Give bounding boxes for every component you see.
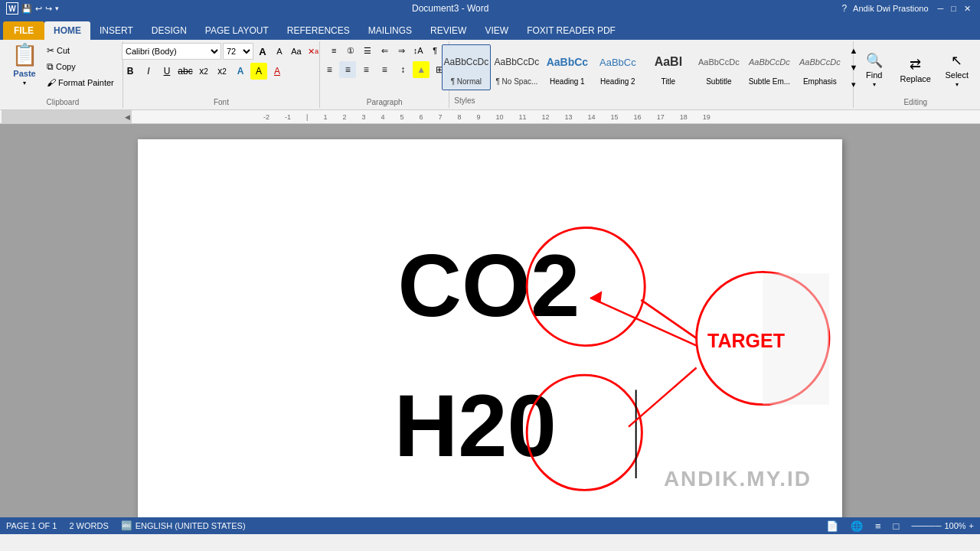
font-family-select[interactable]: Calibri (Body): [122, 43, 221, 60]
word-logo: W: [6, 2, 18, 15]
bold-button[interactable]: B: [122, 63, 139, 80]
help-button[interactable]: ?: [841, 3, 847, 14]
select-button[interactable]: ↖ Select ▾: [938, 51, 976, 89]
maximize-button[interactable]: □: [948, 4, 959, 14]
shading-button[interactable]: ▲: [413, 61, 430, 78]
watermark: ANDIK.MY.ID: [664, 467, 812, 491]
close-button[interactable]: ✕: [961, 4, 974, 14]
increase-indent-button[interactable]: ⇒: [394, 43, 409, 58]
ribbon: 📋 Paste ▾ ✂ Cut ⧉ Copy 🖌 Format P: [0, 40, 980, 110]
quick-access-undo[interactable]: ↩: [35, 4, 42, 14]
quick-access-dropdown[interactable]: ▾: [55, 5, 59, 12]
tab-page-layout[interactable]: PAGE LAYOUT: [196, 21, 278, 40]
user-name: Andik Dwi Prastiono: [853, 4, 928, 13]
font-group: Calibri (Body) 72 A A Aa ✕a B I U abc x2: [123, 41, 320, 108]
view-print[interactable]: 📄: [826, 520, 838, 532]
style-heading1[interactable]: AaBbCc Heading 1: [543, 44, 592, 90]
italic-button[interactable]: I: [140, 63, 157, 80]
paragraph-label: Paragraph: [367, 96, 403, 106]
decrease-font-button[interactable]: A: [272, 44, 287, 59]
subscript-button[interactable]: x2: [195, 63, 212, 80]
paragraph-group: ≡ ① ☰ ⇐ ⇒ ↕A ¶ ≡ ≡ ≡ ≡ ↕ ▲ ⊞ P: [320, 41, 449, 108]
quick-access-redo[interactable]: ↪: [45, 4, 52, 14]
svg-line-10: [590, 298, 697, 346]
justify-button[interactable]: ≡: [376, 61, 393, 78]
ruler: ◀ -2 -1 | 1 2 3 4 5 6 7 8 9 10 11 12 13 …: [0, 110, 980, 124]
ribbon-tabs: FILE HOME INSERT DESIGN PAGE LAYOUT REFE…: [0, 17, 980, 40]
strikethrough-button[interactable]: abc: [177, 63, 194, 80]
window-title: Document3 - Word: [412, 3, 488, 14]
align-left-button[interactable]: ≡: [321, 61, 338, 78]
title-bar: W 💾 ↩ ↪ ▾ Document3 - Word ? Andik Dwi P…: [0, 0, 980, 17]
style-heading2[interactable]: AaBbCc Heading 2: [593, 44, 642, 90]
view-outline[interactable]: ≡: [875, 520, 881, 532]
multilevel-button[interactable]: ☰: [360, 43, 375, 58]
line-spacing-button[interactable]: ↕: [394, 61, 411, 78]
tab-insert[interactable]: INSERT: [90, 21, 142, 40]
font-color-button[interactable]: A: [269, 63, 286, 80]
tab-view[interactable]: VIEW: [475, 21, 518, 40]
svg-line-12: [629, 368, 697, 427]
editing-label: Editing: [903, 96, 927, 106]
tab-review[interactable]: REVIEW: [421, 21, 475, 40]
view-draft[interactable]: □: [893, 520, 900, 532]
document-area[interactable]: CO2 H20 TARGET: [0, 124, 980, 517]
word-count: 2 WORDS: [69, 521, 108, 530]
align-center-button[interactable]: ≡: [339, 61, 356, 78]
tab-home[interactable]: HOME: [44, 21, 90, 40]
page-info: PAGE 1 OF 1: [6, 521, 57, 530]
text-highlight-button[interactable]: A: [250, 63, 267, 80]
svg-text:TARGET: TARGET: [707, 330, 786, 351]
style-emphasis[interactable]: AaBbCcDc Emphasis: [795, 44, 844, 90]
increase-font-button[interactable]: A: [255, 44, 270, 59]
copy-button[interactable]: ⧉ Copy: [43, 59, 118, 74]
clear-format-button[interactable]: ✕a: [305, 44, 321, 59]
style-no-spacing[interactable]: AaBbCcDc ¶ No Spac...: [492, 44, 541, 90]
styles-group: AaBbCcDc ¶ Normal AaBbCcDc ¶ No Spac... …: [449, 41, 854, 108]
text-effects-button[interactable]: A: [232, 63, 249, 80]
underline-button[interactable]: U: [158, 63, 175, 80]
superscript-button[interactable]: x2: [214, 63, 230, 80]
decrease-indent-button[interactable]: ⇐: [377, 43, 392, 58]
tab-design[interactable]: DESIGN: [142, 21, 196, 40]
paste-button[interactable]: 📋 Paste ▾: [8, 43, 41, 86]
style-subtle-em[interactable]: AaBbCcDc Subtle Em...: [745, 44, 794, 90]
font-label: Font: [214, 96, 229, 106]
clipboard-label: Clipboard: [46, 96, 79, 106]
language-indicator[interactable]: 🔤 ENGLISH (UNITED STATES): [121, 520, 246, 531]
status-bar: PAGE 1 OF 1 2 WORDS 🔤 ENGLISH (UNITED ST…: [0, 517, 980, 534]
tab-foxit[interactable]: FOXIT READER PDF: [518, 21, 625, 40]
numbering-button[interactable]: ①: [343, 43, 358, 58]
tab-file[interactable]: FILE: [3, 21, 44, 40]
format-painter-button[interactable]: 🖌 Format Painter: [43, 75, 118, 90]
tab-mailings[interactable]: MAILINGS: [359, 21, 421, 40]
show-marks-button[interactable]: ¶: [427, 43, 443, 58]
replace-button[interactable]: ⇄ Replace: [897, 51, 935, 89]
minimize-button[interactable]: ─: [935, 4, 947, 14]
style-subtitle[interactable]: AaBbCcDc Subtitle: [694, 44, 743, 90]
change-case-button[interactable]: Aa: [289, 44, 304, 59]
document[interactable]: CO2 H20 TARGET: [138, 139, 842, 517]
editing-group: 🔍 Find ▾ ⇄ Replace ↖ Select ▾ Editing: [854, 41, 977, 108]
cut-button[interactable]: ✂ Cut: [43, 43, 118, 58]
font-size-select[interactable]: 72: [223, 43, 253, 60]
svg-text:CO2: CO2: [398, 236, 580, 334]
align-right-button[interactable]: ≡: [358, 61, 374, 78]
style-normal[interactable]: AaBbCcDc ¶ Normal: [442, 44, 491, 90]
styles-label: Styles: [454, 95, 475, 105]
clipboard-group: 📋 Paste ▾ ✂ Cut ⧉ Copy 🖌 Format P: [3, 41, 123, 108]
tab-references[interactable]: REFERENCES: [278, 21, 359, 40]
svg-text:H20: H20: [394, 376, 557, 474]
zoom-slider[interactable]: ───── 100% +: [911, 521, 974, 530]
sort-button[interactable]: ↕A: [410, 43, 426, 58]
view-web[interactable]: 🌐: [851, 520, 863, 532]
bullets-button[interactable]: ≡: [326, 43, 341, 58]
quick-access-save[interactable]: 💾: [21, 4, 32, 14]
find-button[interactable]: 🔍 Find ▾: [855, 51, 893, 89]
style-title[interactable]: AaBI Title: [644, 44, 693, 90]
